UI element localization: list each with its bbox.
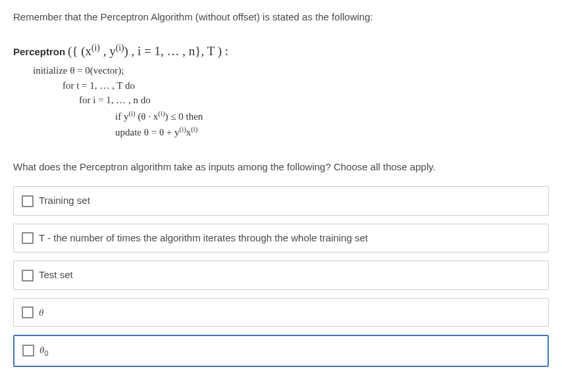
question-text: What does the Perceptron algorithm take … (13, 160, 549, 175)
option-training-set[interactable]: Training set (13, 186, 549, 216)
algorithm-line-initialize: initialize θ = 0(vector); (33, 63, 549, 78)
option-label: T - the number of times the algorithm it… (39, 231, 368, 246)
option-label: Training set (39, 193, 90, 208)
algorithm-header: Perceptron ({ (x(i) , y(i)) , i = 1, … ,… (13, 41, 549, 61)
algorithm-line-for-i: for i = 1, … , n do (79, 93, 549, 108)
algorithm-line-if: if y(i) (θ · x(i)) ≤ 0 then (115, 108, 549, 124)
algorithm-args: ({ (x(i) , y(i)) , i = 1, … , n}, T ) : (68, 44, 228, 58)
option-test-set[interactable]: Test set (13, 260, 549, 290)
algorithm-line-for-t: for t = 1, … , T do (63, 78, 549, 93)
algorithm-block: Perceptron ({ (x(i) , y(i)) , i = 1, … ,… (13, 41, 549, 140)
checkbox-icon[interactable] (22, 195, 34, 207)
checkbox-icon[interactable] (22, 232, 34, 244)
algorithm-name: Perceptron (13, 46, 65, 57)
option-t-iterations[interactable]: T - the number of times the algorithm it… (13, 224, 549, 253)
checkbox-icon[interactable] (22, 306, 34, 318)
intro-text: Remember that the Perceptron Algorithm (… (13, 10, 549, 25)
checkbox-icon[interactable] (22, 345, 34, 356)
option-label: Test set (39, 268, 73, 283)
option-theta-zero[interactable]: θ0 (13, 335, 549, 366)
option-label: θ (39, 305, 43, 320)
algorithm-line-update: update θ = θ + y(i)x(i) (115, 124, 549, 140)
checkbox-icon[interactable] (22, 270, 34, 282)
options-container: Training set T - the number of times the… (13, 186, 549, 366)
option-theta[interactable]: θ (13, 298, 549, 328)
option-label: θ0 (39, 343, 48, 358)
